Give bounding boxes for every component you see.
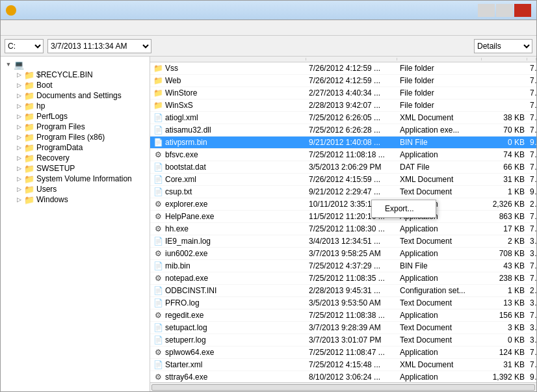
tree-item[interactable]: ▷ 📁 hp [1,101,150,111]
tree-item[interactable]: ▷ 📁 Program Files (x86) [1,132,150,142]
file-name-cell: ⚙ iun6002.exe [150,248,306,259]
drive-selector[interactable]: C: [5,39,44,53]
file-name-label: Vss [165,64,178,73]
table-row[interactable]: 📄 PFRO.log 3/5/2013 9:53:50 AM Text Docu… [150,297,536,309]
tree-item[interactable]: ▷ 📁 SWSETUP [1,163,150,174]
context-menu-item[interactable]: Export... [372,202,436,216]
table-row[interactable]: 📄 IE9_main.log 3/4/2013 12:34:51 ... Tex… [150,235,536,248]
h-scrollbar[interactable] [151,384,535,391]
file-name-label: WinSxS [165,101,193,110]
table-row[interactable]: ⚙ iun6002.exe 3/7/2013 9:58:25 AM Applic… [150,248,536,260]
tree-item-label: hp [36,101,45,111]
tree-item[interactable]: ▷ 📁 $RECYCLE.BIN [1,70,150,80]
close-button[interactable] [514,4,531,17]
file-type-cell: Application [397,372,482,382]
file-date-cell: 7/25/2012 11:08:47 ... [306,347,397,358]
tree-item[interactable]: ▷ 📁 Users [1,184,150,194]
table-row[interactable]: 📄 setuperr.log 3/7/2013 3:01:07 PM Text … [150,334,536,346]
table-row[interactable]: ⚙ splwow64.exe 7/25/2012 11:08:47 ... Ap… [150,346,536,359]
tree-item[interactable]: ▷ 📁 Documents and Settings [1,90,150,101]
file-name-label: regedit.exe [165,311,203,320]
folder-icon: 📁 [24,122,34,131]
maximize-button[interactable] [496,4,513,17]
table-row[interactable]: 📄 setupact.log 3/7/2013 9:28:39 AM Text … [150,322,536,334]
file-created-cell: 7/25/2012 4... [527,261,536,271]
file-created-cell: 3/3/2013 2:... [527,298,536,308]
file-size-cell: 3 KB [482,322,527,333]
minimize-button[interactable] [478,4,495,17]
file-created-cell: 2/28/2013 9... [527,285,536,296]
table-row[interactable]: 📄 bootstat.dat 3/5/2013 2:06:29 PM DAT F… [150,161,536,174]
file-type-cell: File folder [397,88,482,98]
table-row[interactable]: 📄 mib.bin 7/25/2012 4:37:29 ... BIN File… [150,260,536,272]
file-date-cell: 3/5/2013 2:06:29 PM [306,162,397,172]
file-icon: 📄 [153,286,163,295]
file-icon: 📄 [153,323,163,332]
tree-item[interactable]: ▷ 📁 System Volume Information [1,174,150,184]
tree-expander: ▷ [14,92,24,99]
header-name [150,58,306,60]
file-size-cell [482,68,527,69]
table-row[interactable]: 📁 WinSxS 2/28/2013 9:42:07 ... File fold… [150,99,536,112]
file-created-cell: 7/26/2012 4... [527,174,536,185]
folder-icon: 📁 [24,70,34,79]
tree-item[interactable]: ▷ 📁 PerfLogs [1,111,150,122]
file-header [150,57,536,62]
table-row[interactable]: 📄 ativpsrm.bin 9/21/2012 1:40:08 ... BIN… [150,137,536,149]
file-name-label: iun6002.exe [165,249,207,258]
file-size-cell: 74 KB [482,150,527,160]
file-date-cell: 7/26/2012 4:12:59 ... [306,75,397,86]
file-created-cell: 7/26/2012 4... [527,88,536,98]
tree-item[interactable]: ▷ 📁 Windows [1,194,150,205]
exe-icon: ⚙ [153,150,163,159]
exe-icon: ⚙ [153,212,163,221]
menu-file[interactable] [3,27,14,29]
table-row[interactable]: 📄 Starter.xml 7/25/2012 4:15:48 ... XML … [150,359,536,371]
table-row[interactable]: ⚙ regedit.exe 7/25/2012 11:08:38 ... App… [150,309,536,322]
file-date-cell: 7/25/2012 11:08:18 ... [306,150,397,160]
tree-root[interactable]: ▼ 💻 [1,59,150,70]
table-row[interactable]: ⚙ explorer.exe 10/11/2012 3:35:16 ... Ap… [150,198,536,211]
table-row[interactable]: 📁 Vss 7/26/2012 4:12:59 ... File folder … [150,62,536,75]
table-row[interactable]: ⚙ hh.exe 7/25/2012 11:08:30 ... Applicat… [150,223,536,235]
table-row[interactable]: 📄 Core.xml 7/26/2012 4:15:59 ... XML Doc… [150,174,536,186]
tree-item-label: Program Files [36,122,85,131]
file-icon: 📄 [153,175,163,184]
file-name-cell: ⚙ notepad.exe [150,273,306,283]
table-row[interactable]: 📄 atisamu32.dll 7/25/2012 6:26:28 ... Ap… [150,124,536,137]
folder-icon: 📁 [24,185,34,194]
folder-icon: 📁 [24,153,34,163]
file-size-cell: 1 KB [482,187,527,197]
file-created-cell: 3/7/2013 9:... [527,248,536,259]
file-name-cell: ⚙ sttray64.exe [150,372,306,382]
table-row[interactable]: 📁 WinStore 2/27/2013 4:40:34 ... File fo… [150,87,536,99]
table-row[interactable]: ⚙ sttray64.exe 8/10/2012 3:06:24 ... App… [150,371,536,382]
file-type-cell: BIN File [397,261,482,271]
file-name-label: PFRO.log [165,298,200,307]
file-list[interactable]: 📁 Vss 7/26/2012 4:12:59 ... File folder … [150,62,536,382]
tree-item[interactable]: ▷ 📁 Recovery [1,153,150,163]
tree-item[interactable]: ▷ 📁 ProgramData [1,142,150,153]
file-created-cell: 2/27/2013 2... [527,199,536,209]
table-row[interactable]: 📄 ODBCINST.INI 2/28/2013 9:45:31 ... Con… [150,285,536,297]
tree-item-label: Program Files (x86) [36,133,105,142]
window-controls [478,4,531,17]
table-row[interactable]: 📄 atiogl.xml 7/25/2012 6:26:05 ... XML D… [150,112,536,124]
tree-item[interactable]: ▷ 📁 Boot [1,80,150,90]
view-selector[interactable]: Details [474,39,532,53]
file-date-cell: 3/5/2013 9:53:50 AM [306,298,397,308]
tree-item-label: Users [36,185,57,194]
table-row[interactable]: ⚙ HelpPane.exe 11/5/2012 11:20:16 ... Ap… [150,211,536,223]
file-name-cell: 📄 IE9_main.log [150,236,306,246]
table-row[interactable]: 📄 csup.txt 9/21/2012 2:29:47 ... Text Do… [150,186,536,198]
table-row[interactable]: ⚙ notepad.exe 7/25/2012 11:08:35 ... App… [150,272,536,285]
table-row[interactable]: 📁 Web 7/26/2012 4:12:59 ... File folder … [150,75,536,87]
date-selector[interactable]: 3/7/2013 11:13:34 AM [47,39,151,53]
menu-help[interactable] [14,27,24,29]
file-name-label: Starter.xml [165,360,202,369]
tree-panel: ▼ 💻 ▷ 📁 $RECYCLE.BIN ▷ 📁 Boot ▷ 📁 Docume… [1,57,150,391]
tree-item[interactable]: ▷ 📁 Program Files [1,122,150,132]
file-size-cell: 17 KB [482,224,527,234]
file-date-cell: 3/7/2013 9:28:39 AM [306,322,397,333]
table-row[interactable]: ⚙ bfsvc.exe 7/25/2012 11:08:18 ... Appli… [150,149,536,161]
